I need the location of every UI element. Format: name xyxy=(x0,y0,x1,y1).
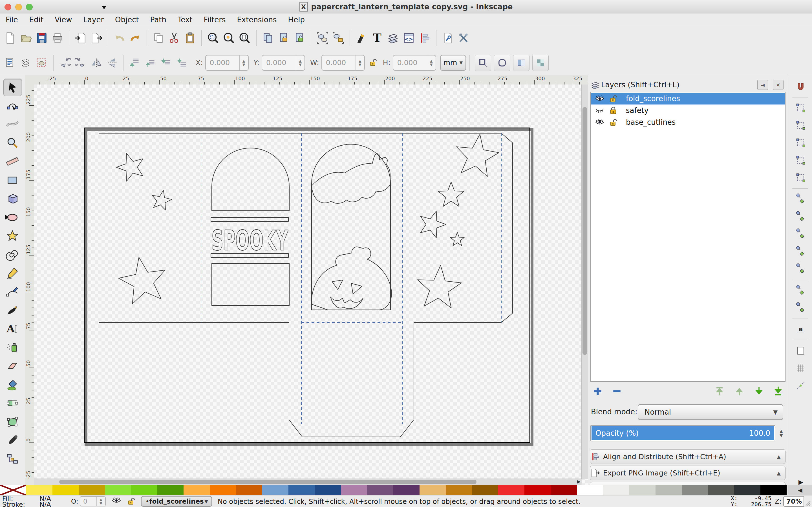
dock-dialog-export-png[interactable]: Export PNG Image (Shift+Ctrl+E)▲ xyxy=(590,466,785,480)
open-document-button[interactable] xyxy=(18,30,34,46)
tool-zoom[interactable] xyxy=(3,134,21,151)
fill-stroke-dialog-button[interactable] xyxy=(354,30,369,46)
horizontal-scrollbar[interactable]: ▶ xyxy=(34,478,581,485)
tool-eraser[interactable] xyxy=(3,357,21,374)
deselect-button[interactable] xyxy=(34,55,50,71)
color-swatch[interactable] xyxy=(184,485,210,495)
menu-text[interactable]: Text xyxy=(177,15,193,24)
tool-dropper[interactable] xyxy=(3,432,21,449)
zoom-to-selection-button[interactable] xyxy=(205,30,221,46)
collapse-arrow-icon[interactable]: ▲ xyxy=(777,470,781,476)
tool-selector[interactable] xyxy=(3,78,22,96)
export-png-button[interactable] xyxy=(89,30,104,46)
color-swatch[interactable] xyxy=(341,485,367,495)
unlink-clone-button[interactable] xyxy=(292,30,307,46)
color-swatch[interactable] xyxy=(131,485,157,495)
pumpkin-body[interactable] xyxy=(312,247,392,310)
color-swatch[interactable] xyxy=(367,485,393,495)
color-swatch[interactable] xyxy=(760,485,786,495)
snap-bbox-centers-button[interactable] xyxy=(794,171,808,184)
star-cutout[interactable] xyxy=(456,134,499,177)
color-swatch[interactable] xyxy=(105,485,131,495)
scroll-right-arrow[interactable]: ▶ xyxy=(577,479,580,484)
snap-object-centers-button[interactable] xyxy=(794,284,808,297)
align-distribute-dialog-button[interactable] xyxy=(417,30,433,46)
text-dialog-button[interactable]: T xyxy=(369,30,385,46)
star-cutout[interactable] xyxy=(116,154,143,181)
color-swatch[interactable] xyxy=(210,485,236,495)
star-cutout[interactable] xyxy=(438,182,464,207)
pumpkin-corner-notch[interactable] xyxy=(312,304,327,310)
color-swatch[interactable] xyxy=(524,485,551,495)
layer-row-base_cutlines[interactable]: base_cutlines xyxy=(591,116,785,128)
group-objects-button[interactable] xyxy=(315,30,331,46)
snap-guide-button[interactable] xyxy=(794,379,808,392)
layer-row-fold_scorelines[interactable]: fold_scorelines xyxy=(591,93,785,105)
remove-layer-button[interactable] xyxy=(610,385,624,398)
tool-node-editor[interactable] xyxy=(3,97,21,114)
raise-layer-to-top-button[interactable] xyxy=(713,385,726,398)
color-swatch[interactable] xyxy=(419,485,446,495)
color-swatch[interactable] xyxy=(682,485,708,495)
duplicate-button[interactable] xyxy=(260,30,276,46)
color-swatch[interactable] xyxy=(236,485,262,495)
lower-to-bottom-button[interactable] xyxy=(175,55,191,71)
tool-text[interactable]: A xyxy=(3,320,21,337)
snap-bbox-edges-button[interactable] xyxy=(794,119,808,132)
tool-tweak[interactable] xyxy=(3,116,21,133)
zoom-to-drawing-button[interactable] xyxy=(221,30,237,46)
layer-lock-toggle[interactable] xyxy=(608,107,618,114)
color-swatch[interactable] xyxy=(629,485,656,495)
snap-bbox-edge-midpoints-button[interactable] xyxy=(794,154,808,167)
object-opacity-spinner[interactable]: ▲▼ xyxy=(96,497,105,506)
color-swatch[interactable] xyxy=(656,485,682,495)
bat-silhouette[interactable] xyxy=(312,154,391,203)
pumpkin-mouth[interactable] xyxy=(331,297,363,309)
snap-nodes-button[interactable] xyxy=(794,192,808,206)
color-swatch[interactable] xyxy=(708,485,734,495)
tool-paint-bucket[interactable] xyxy=(3,376,21,393)
color-swatch[interactable] xyxy=(157,485,184,495)
arch-window-cutout[interactable] xyxy=(212,148,289,211)
layer-lock-toggle[interactable] xyxy=(608,118,618,126)
copy-button[interactable] xyxy=(151,30,166,46)
object-opacity-spinbox[interactable]: 0 ▲▼ xyxy=(80,496,106,506)
y-spinbox[interactable]: 0.000▲▼ xyxy=(262,55,305,71)
current-layer-dropdown[interactable]: • fold_scorelines ▼ xyxy=(141,496,212,507)
menu-layer[interactable]: Layer xyxy=(84,15,104,24)
document-properties-button[interactable] xyxy=(440,30,456,46)
toggle-scale-corners-button[interactable] xyxy=(494,55,510,71)
save-document-button[interactable] xyxy=(34,30,50,46)
paste-button[interactable] xyxy=(182,30,198,46)
vertical-ruler[interactable]: 2252001751501251007550250-25 xyxy=(25,84,35,485)
opacity-spinner[interactable]: ▲▼ xyxy=(776,425,786,441)
swatch-none[interactable] xyxy=(0,485,26,495)
dock-collapse-button[interactable]: ◄ xyxy=(757,80,768,90)
print-document-button[interactable] xyxy=(50,30,65,46)
star-cutout[interactable] xyxy=(152,190,172,210)
color-swatch[interactable] xyxy=(393,485,419,495)
opacity-slider[interactable]: Opacity (%) 100.0 xyxy=(591,425,775,441)
color-swatch[interactable] xyxy=(734,485,760,495)
star-cutout[interactable] xyxy=(119,257,165,304)
menu-extensions[interactable]: Extensions xyxy=(237,15,276,24)
menu-path[interactable]: Path xyxy=(150,15,166,24)
flip-vertical-button[interactable] xyxy=(104,55,120,71)
ungroup-objects-button[interactable] xyxy=(331,30,346,46)
menu-edit[interactable]: Edit xyxy=(29,15,43,24)
snap-line-midpoints-button[interactable] xyxy=(794,262,808,276)
cut-button[interactable] xyxy=(166,30,182,46)
tool-connector[interactable] xyxy=(3,450,21,467)
snap-enabled-button[interactable] xyxy=(794,80,808,93)
palette-scroll-left[interactable]: ◀ xyxy=(788,485,812,495)
redo-button[interactable] xyxy=(128,30,143,46)
xml-editor-button[interactable]: <> xyxy=(401,30,417,46)
color-swatch[interactable] xyxy=(577,485,603,495)
layer-visibility-toggle[interactable] xyxy=(595,95,605,102)
layer-visibility-toggle[interactable] xyxy=(595,119,605,126)
snap-rotation-centers-button[interactable] xyxy=(794,301,808,315)
lower-button[interactable] xyxy=(159,55,175,71)
dock-dialog-align-distribute-dialog[interactable]: Align and Distribute (Shift+Ctrl+A)▲ xyxy=(590,449,785,464)
banner-top-bar[interactable] xyxy=(211,217,289,221)
inkscape-preferences-button[interactable] xyxy=(456,30,471,46)
